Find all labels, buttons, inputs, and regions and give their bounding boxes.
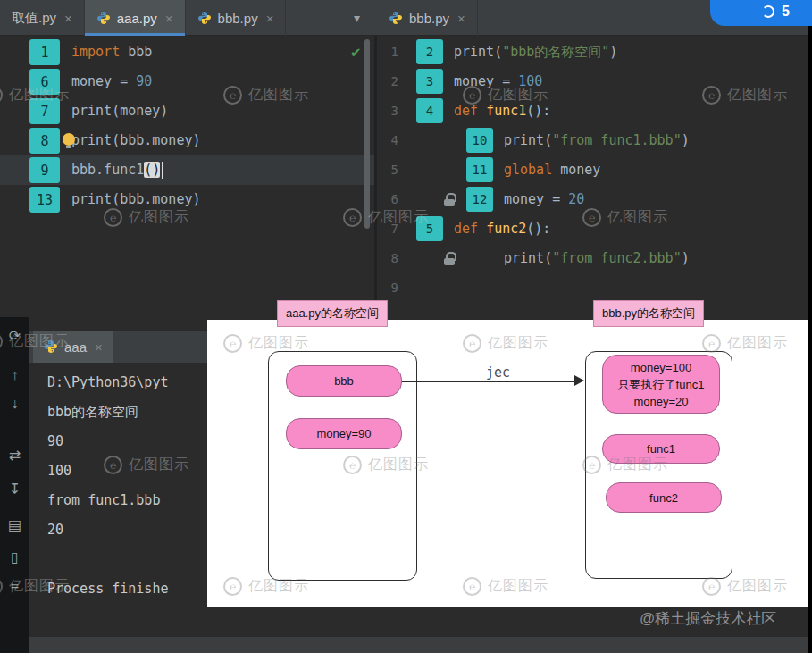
line-number[interactable]: 1 [377,38,398,67]
code-line[interactable]: 8print(bbb.money) [0,126,374,155]
code-token: "bbb的名称空间" [502,44,609,60]
editor-pane-aaa[interactable]: 1import bbb✔6money = 907print(money)8pri… [0,36,374,317]
code-token: money = [71,73,136,89]
chevron-down-icon[interactable]: ▾ [354,0,360,36]
aaa-namespace-label: aaa.py的名称空间 [277,300,388,327]
editor-tab[interactable]: aaa.py× [85,0,186,36]
node-text: money=20 [633,393,688,410]
tab-close-icon[interactable]: × [165,11,173,26]
code-line[interactable]: 612money = 20 [377,185,808,214]
code-token: print(money) [71,103,168,119]
code-token: 20 [568,191,584,207]
python-icon [44,339,58,354]
node-text: money=100 [631,359,691,376]
execution-order-badge: 9 [29,157,60,183]
code-token: ) [682,250,690,266]
node-func2: func2 [606,482,722,513]
line-number[interactable]: 4 [377,126,398,155]
code-token: global [504,162,560,178]
execution-order-badge: 3 [416,69,443,94]
code-line[interactable]: 75def func2(): [377,214,808,244]
code-line[interactable]: 12print("bbb的名称空间") [377,38,808,67]
tab-close-icon[interactable]: × [95,339,103,355]
node-func1: func1 [602,434,720,464]
scroll-to-end-icon[interactable]: ↧ [0,481,29,498]
execution-order-badge: 2 [416,39,443,64]
node-text: func2 [649,490,678,506]
right-pane-tabs: bbb.py× [377,0,478,36]
editor-tab[interactable]: 取值.py× [0,0,85,36]
tab-close-icon[interactable]: × [457,11,465,26]
code-token: print( [504,250,552,266]
code-token: bbb.func1 [71,162,144,178]
code-token: func1 [486,103,526,119]
right-edge-strip [808,0,812,653]
settings-icon[interactable]: ≡ [0,579,29,597]
recorder-icon [762,5,774,18]
console-tool-strip: ⟳↑↓⇄↧▤▯≡ [0,317,29,653]
execution-order-badge: 5 [416,216,443,241]
print-icon[interactable]: ▤ [0,516,29,534]
code-line[interactable]: 6money = 90 [0,67,374,96]
no-errors-check-icon: ✔ [350,38,362,67]
recorder-overlay-button[interactable]: 5 [710,0,812,26]
code-line[interactable]: 9bbb.func1() [0,155,374,185]
scroll-down-icon[interactable]: ↓ [0,395,29,413]
code-line[interactable]: 7print(money) [0,96,374,126]
code-line[interactable]: 410print("from func1.bbb") [377,126,808,155]
line-number[interactable]: 6 [377,185,398,214]
status-bar [29,637,812,653]
editor-scrollbar[interactable] [364,39,370,229]
line-number[interactable]: 9 [377,273,398,303]
execution-order-badge: 4 [416,98,443,123]
connector-label: jec [486,364,510,381]
code-line[interactable]: 8print("from func2.bbb") [377,244,808,273]
python-icon [96,11,111,25]
code-token: 90 [136,73,152,89]
node-text: func1 [647,440,675,457]
code-token: money = [504,191,568,207]
text-caret [162,162,163,179]
code-line[interactable]: 13print(bbb.money) [0,185,374,214]
code-line[interactable]: 1import bbb✔ [0,38,374,67]
editor-tab[interactable]: bbb.py× [186,0,287,36]
code-text: bbb.func1() [71,155,163,185]
code-line[interactable]: 9 [377,273,808,303]
execution-order-badge: 10 [466,128,493,153]
code-text: print("from func2.bbb") [504,244,690,273]
credit-text: @稀土掘金技术社区 [640,608,776,629]
rerun-icon[interactable]: ⟳ [0,327,29,345]
tab-close-icon[interactable]: × [266,11,274,26]
tab-close-icon[interactable]: × [64,11,72,26]
execution-order-badge: 7 [29,98,60,124]
line-number[interactable]: 7 [377,214,398,244]
code-line[interactable]: 23money = 100 [377,67,808,96]
soft-wrap-icon[interactable]: ⇄ [0,447,29,465]
editor-pane-bbb[interactable]: 12print("bbb的名称空间")23money = 10034def fu… [377,36,808,317]
scroll-up-icon[interactable]: ↑ [0,366,29,384]
code-text: money = 100 [454,67,542,96]
line-number[interactable]: 2 [377,67,398,96]
editor-tab[interactable]: bbb.py× [377,0,478,36]
console-tab-aaa[interactable]: aaa × [33,331,113,363]
line-number[interactable]: 5 [377,155,398,185]
clear-icon[interactable]: ▯ [0,548,29,566]
code-token: money [560,162,600,178]
code-token: import [71,44,120,60]
ide-window: 取值.py×aaa.py×bbb.py× ▾ bbb.py× 1import b… [0,0,812,653]
connector-arrowhead-icon [574,375,584,386]
tab-label: aaa.py [117,11,157,26]
line-number[interactable]: 3 [377,96,398,126]
code-token: money = [454,73,518,89]
console-tab-label: aaa [64,339,87,355]
code-line[interactable]: 34def func1(): [377,96,808,126]
lightbulb-icon[interactable] [63,133,75,146]
node-text: bbb [334,373,354,389]
code-line[interactable]: 511global money [377,155,808,185]
code-text: global money [504,155,600,185]
code-token: def [454,221,486,237]
line-number[interactable]: 8 [377,244,398,273]
connector-arrow [402,381,575,382]
execution-order-badge: 13 [29,187,60,213]
code-token: def [454,103,486,119]
